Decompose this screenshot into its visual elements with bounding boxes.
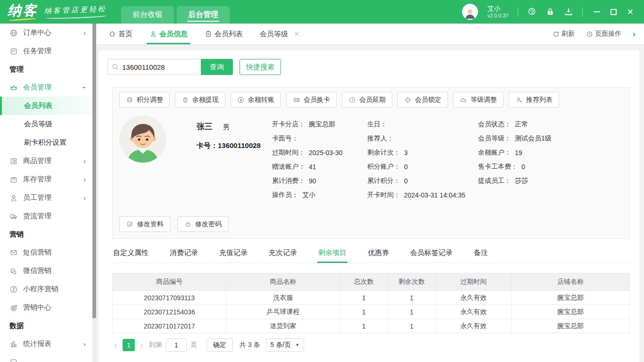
sidebar-section-marketing: 营销 (0, 225, 92, 243)
query-button[interactable]: 查询 (201, 59, 233, 75)
table-row[interactable]: 20230712154036 乒乓球课程 1 1 永久有效 腕宝总部 (113, 305, 630, 319)
edit-password-button[interactable]: 修改密码 (177, 216, 229, 232)
tab-front-cashier[interactable]: 前台收银 (121, 6, 174, 24)
tab-remaining-items[interactable]: 剩余项目 (317, 248, 347, 263)
sidebar-item-label: 营销中心 (23, 303, 51, 312)
scrollbar-thumb[interactable] (92, 24, 96, 318)
sidebar-item-order-center[interactable]: 订单中心 › (0, 24, 92, 42)
service-icon[interactable] (527, 7, 537, 16)
current-page-button[interactable]: 1 (123, 339, 135, 351)
lock-icon[interactable] (545, 7, 555, 16)
pencil-icon (126, 221, 133, 228)
cell-remaining-count: 1 (388, 305, 436, 319)
goods-icon (9, 157, 18, 165)
close-tab-icon[interactable]: ✕ (294, 30, 300, 38)
tab-member-list[interactable]: 会员列表 (205, 24, 243, 44)
tab-member-level[interactable]: 会员等级 (260, 24, 288, 44)
page-operations-button[interactable]: 页面操作 (586, 30, 621, 38)
app-version: v2.0.0.37 (487, 13, 508, 19)
goto-page-input[interactable] (166, 338, 187, 352)
sidebar-item-member-list[interactable]: 会员列表 (0, 97, 92, 115)
tab-coupons[interactable]: 优惠券 (367, 248, 390, 263)
col-header: 过期时间 (436, 273, 511, 291)
sidebar-item-partial[interactable] (0, 353, 92, 362)
sidebar-item-task-mgmt[interactable]: 任务管理 (0, 42, 92, 60)
page-size-select[interactable]: 5 条/页 ▼ (266, 338, 305, 352)
field-value: 正常 (515, 120, 528, 129)
col-header: 商品编号 (113, 273, 226, 291)
cell-product-name: 送货到家 (226, 319, 340, 333)
target-icon (9, 304, 18, 312)
divider (518, 7, 518, 16)
staff-icon (9, 194, 18, 202)
goto-suffix: 页 (190, 341, 197, 349)
cell-product-no: 20230717093113 (113, 291, 226, 305)
logistics-icon (9, 212, 18, 221)
download-icon[interactable] (564, 7, 573, 16)
doc-icon (9, 358, 18, 362)
next-page-icon[interactable]: › (139, 341, 145, 349)
chevron-right-icon[interactable]: › (633, 30, 636, 38)
sidebar-item-goods-mgmt[interactable]: 商品管理 › (0, 152, 92, 170)
crown-icon (460, 96, 467, 104)
tab-custom-attributes[interactable]: 自定义属性 (112, 248, 149, 263)
cell-product-no: 20230710172017 (113, 319, 226, 333)
sidebar-item-member-mgmt[interactable]: 会员管理 › (0, 78, 92, 97)
level-adjust-button[interactable]: 等级调整 (453, 92, 504, 107)
sidebar-item-staff-mgmt[interactable]: 员工管理 › (0, 189, 92, 207)
tab-remarks[interactable]: 备注 (473, 248, 489, 263)
refresh-label: 刷新 (561, 30, 575, 38)
table-row[interactable]: 20230717093113 洗衣服 1 1 永久有效 腕宝总部 (113, 291, 630, 305)
sidebar-item-card-points-settings[interactable]: 刷卡积分设置 (0, 133, 92, 152)
topbar-right: 艾小 v2.0.0.37 ✕ (462, 4, 636, 20)
edit-profile-button[interactable]: 修改资料 (119, 216, 171, 232)
sms-icon (9, 248, 18, 257)
prev-page-icon[interactable]: ‹ (112, 341, 119, 349)
detail-column-1: 开卡分店：腕宝总部 卡面号： 过期时间：2025-03-30 赠送账户：41 累… (272, 117, 367, 202)
app-slogan: 纳客管店更轻松 (44, 4, 107, 19)
tab-home[interactable]: 首页 (108, 24, 132, 44)
sidebar-item-inventory-mgmt[interactable]: 库存管理 › (0, 170, 92, 189)
tab-count-recharge-records[interactable]: 充次记录 (268, 248, 298, 263)
balance-withdraw-button[interactable]: 余额提现 (175, 92, 225, 107)
sidebar-scrollbar[interactable] (92, 24, 96, 362)
sidebar-item-member-level[interactable]: 会员等级 (0, 115, 92, 133)
maximize-icon[interactable] (611, 9, 617, 15)
close-icon[interactable]: ✕ (627, 8, 634, 16)
sidebar-item-wechat-marketing[interactable]: 微信营销 (0, 262, 92, 280)
minimize-icon[interactable] (594, 11, 600, 12)
points-adjust-button[interactable]: 积分调整 (119, 92, 170, 107)
member-card-swap-button[interactable]: 会员换卡 (286, 92, 337, 107)
field-label: 推荐人： (367, 134, 394, 143)
sidebar-item-statistics-report[interactable]: 统计报表 › (0, 335, 92, 353)
sidebar-item-label: 货流管理 (23, 212, 51, 221)
balance-transfer-button[interactable]: 余额转账 (231, 92, 281, 107)
sidebar-item-sms-marketing[interactable]: 短信营销 (0, 243, 92, 262)
tab-backend-admin[interactable]: 后台管理 (177, 6, 230, 24)
tab-member-tag-records[interactable]: 会员标签记录 (409, 248, 454, 263)
quick-search-button[interactable]: 快捷搜索 (239, 59, 281, 75)
refresh-button[interactable]: 刷新 (553, 30, 575, 38)
member-extend-button[interactable]: 会员延期 (342, 92, 392, 107)
sidebar-item-label: 订单中心 (23, 28, 51, 37)
tab-consume-records[interactable]: 消费记录 (169, 248, 199, 263)
clipboard-icon (205, 30, 212, 38)
tab-member-info[interactable]: 会员信息 (149, 24, 188, 44)
field-value: 0 (521, 163, 525, 171)
sidebar-item-label: 统计报表 (23, 339, 51, 348)
tab-recharge-records[interactable]: 充值记录 (218, 248, 248, 263)
table-header-row: 商品编号 商品名称 总次数 剩余次数 过期时间 店铺名称 (113, 273, 630, 291)
button-label: 积分调整 (137, 96, 163, 104)
sidebar-item-logistics-mgmt[interactable]: 货流管理 (0, 207, 92, 225)
cell-expiry: 永久有效 (436, 319, 511, 333)
goto-prefix: 到第 (149, 341, 162, 349)
avatar[interactable] (462, 4, 478, 20)
sidebar-item-marketing-center[interactable]: 营销中心 (0, 298, 92, 317)
search-icon (111, 63, 119, 71)
table-row[interactable]: 20230710172017 送货到家 1 1 永久有效 腕宝总部 (113, 319, 630, 333)
referral-list-button[interactable]: 推荐列表 (509, 92, 559, 107)
search-input[interactable] (107, 59, 201, 75)
member-lock-button[interactable]: 会员锁定 (397, 92, 448, 107)
sidebar-item-miniprogram-marketing[interactable]: 小程序营销 (0, 280, 92, 298)
confirm-button[interactable]: 确定 (206, 338, 233, 352)
